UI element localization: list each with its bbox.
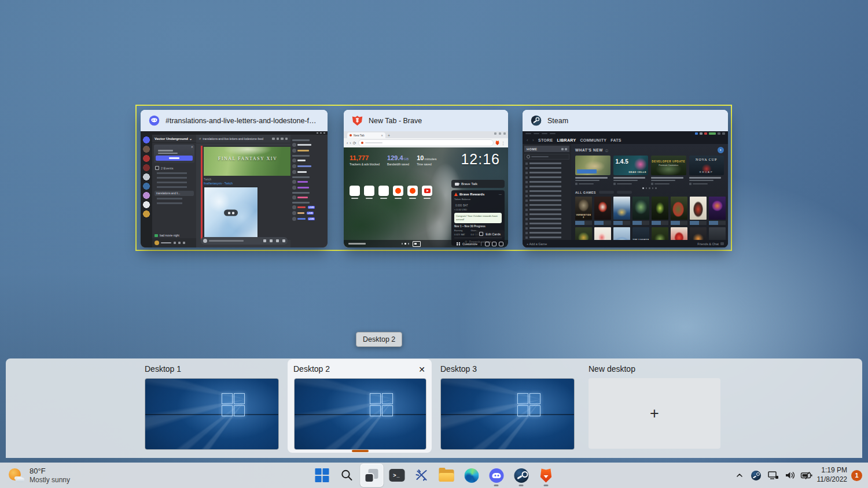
all-games-label: ALL GAMES bbox=[575, 191, 596, 194]
shortcut-tile-youtube bbox=[422, 186, 432, 196]
close-icon: ✕ bbox=[191, 145, 193, 149]
weather-widget[interactable]: 80°F Mostly sunny bbox=[8, 463, 70, 488]
gear-icon bbox=[183, 242, 185, 244]
sketch-app-button[interactable] bbox=[410, 464, 433, 487]
close-desktop-2-button[interactable]: ✕ bbox=[416, 364, 428, 375]
embed-artwork-image bbox=[204, 187, 258, 239]
discord-channel-sidebar: Vector Underground⌄ ✕ 2 Events translati… bbox=[152, 135, 196, 247]
address-bar bbox=[358, 139, 494, 146]
logo-pane bbox=[529, 405, 540, 416]
new-desktop-label: New desktop bbox=[589, 364, 635, 374]
game-cover bbox=[632, 197, 649, 220]
taskbar-center: >_ bbox=[311, 464, 558, 487]
server-header: Vector Underground⌄ bbox=[152, 135, 196, 143]
menu-icon: ⋮ bbox=[501, 141, 505, 145]
desktop-3-thumbnail[interactable] bbox=[440, 378, 575, 450]
edge-button[interactable] bbox=[460, 464, 483, 487]
selected-channel: translations and li... bbox=[155, 191, 194, 196]
steam-button[interactable] bbox=[510, 464, 533, 487]
minimize-icon bbox=[494, 132, 496, 135]
battery-tray-icon[interactable] bbox=[800, 469, 813, 482]
brave-favicon bbox=[350, 134, 352, 136]
grid-icon bbox=[457, 242, 460, 246]
window-thumbnail-discord[interactable]: #translations-and-live-letters-and-lodes… bbox=[141, 110, 328, 247]
dot-active bbox=[404, 243, 406, 245]
maximize-icon bbox=[320, 132, 322, 134]
back-icon: ‹ bbox=[347, 141, 348, 145]
widget-toggle-icon bbox=[499, 242, 503, 246]
terminal-button[interactable]: >_ bbox=[385, 464, 409, 487]
steam-preview: ‹ › STORE LIBRARY COMMUNITY FATS HOME WH… bbox=[523, 131, 728, 247]
notification-badge[interactable]: 1 bbox=[851, 470, 862, 481]
rewards-notice: Congrats! Your October rewards have arri… bbox=[454, 213, 502, 223]
network-tray-icon[interactable] bbox=[767, 469, 779, 482]
card-meta bbox=[613, 183, 649, 185]
member-name bbox=[297, 212, 304, 214]
search-button[interactable] bbox=[336, 464, 359, 487]
whats-new-cards: 1.4.5DEAD CELLS DEVELOPER UPDATEPremium … bbox=[575, 156, 724, 185]
desktop-2-thumbnail[interactable] bbox=[294, 378, 426, 450]
next-page-button: › bbox=[718, 147, 724, 153]
windows-logo bbox=[517, 393, 540, 416]
cover-title: VERMINTIDE 2 bbox=[575, 214, 592, 219]
steam-tray-icon[interactable] bbox=[750, 469, 763, 482]
brave-news-icon bbox=[413, 241, 421, 247]
steam-nav: ‹ › STORE LIBRARY COMMUNITY FATS bbox=[523, 136, 728, 144]
discord-button[interactable] bbox=[485, 464, 508, 487]
member-name bbox=[297, 181, 308, 183]
chat-icon bbox=[720, 242, 724, 245]
task-view-screen: { "colors": { "selection_border": "#e5e9… bbox=[0, 0, 868, 488]
stat-value: 129.4GB bbox=[387, 154, 409, 161]
shields-stats: 11,777 Trackers & ads blocked 129.4GB Ba… bbox=[350, 154, 436, 166]
new-tab-bottom-bar: Customize bbox=[344, 240, 508, 247]
window-thumbnail-brave[interactable]: New Tab - Brave New Tab ✕ + ‹ › ⟳ ⋮ 11,7… bbox=[344, 110, 508, 247]
voice-status-label: bad movie night bbox=[160, 234, 179, 237]
skeleton-line bbox=[654, 183, 670, 184]
pane bbox=[323, 468, 329, 475]
volume-tray-icon[interactable] bbox=[784, 469, 796, 482]
chevron-down-icon: ⌄ bbox=[189, 136, 192, 141]
game-cover bbox=[690, 197, 707, 220]
task-view-button[interactable] bbox=[361, 464, 384, 487]
start-button[interactable] bbox=[311, 464, 334, 487]
stat-label: Trackers & ads blocked bbox=[350, 162, 380, 166]
dot bbox=[649, 187, 650, 189]
balance-number: 0.000 bbox=[455, 204, 462, 207]
file-explorer-button[interactable] bbox=[435, 464, 458, 487]
member-name bbox=[297, 144, 311, 146]
forward-icon: › bbox=[350, 141, 351, 145]
brave-icon bbox=[352, 115, 363, 126]
bat-icon bbox=[454, 193, 458, 196]
member-name bbox=[297, 171, 307, 173]
game-cover: VERMINTIDE 2 bbox=[575, 197, 592, 220]
update-card-vermintide: DEVELOPER UPDATEPremium Cosmetics bbox=[651, 156, 686, 185]
game-icon bbox=[613, 183, 616, 185]
nova-cup-label: NOVA CUP bbox=[689, 158, 724, 161]
whats-new-header: WHAT'S NEW ⓘ › bbox=[575, 147, 724, 153]
skeleton-line bbox=[689, 180, 713, 182]
tray-overflow-button[interactable] bbox=[733, 469, 746, 482]
shortcut-tile bbox=[364, 186, 374, 196]
close-icon: ✕ bbox=[381, 134, 383, 137]
giving-number: 0.0 bbox=[471, 234, 474, 236]
skeleton-line bbox=[169, 157, 179, 159]
threads-icon bbox=[272, 138, 275, 141]
win10-wallpaper bbox=[295, 379, 426, 449]
logo-pane bbox=[234, 405, 245, 416]
message-list: FINAL FANTASY XIV Twitch finalfantasyxiv… bbox=[196, 143, 290, 247]
shortcut-tile bbox=[350, 186, 360, 196]
edit-cards-button: Edit Cards bbox=[475, 230, 505, 238]
stat-label: Bandwidth saved bbox=[387, 162, 409, 166]
menu-item-skeleton bbox=[550, 133, 556, 135]
window-thumbnail-steam[interactable]: Steam ‹ › STORE LIBRARY COMMUNITY FATS H… bbox=[523, 110, 728, 247]
new-desktop-button[interactable]: + bbox=[589, 378, 720, 449]
desktop-1-thumbnail[interactable] bbox=[145, 378, 279, 450]
update-card-image bbox=[575, 156, 610, 175]
camera-icon bbox=[455, 183, 459, 186]
hash-icon: # bbox=[199, 137, 201, 141]
brave-button[interactable] bbox=[535, 464, 558, 487]
clock[interactable]: 1:19 PM 11/8/2022 bbox=[817, 466, 848, 484]
info-icon: ⓘ bbox=[605, 149, 609, 152]
member-name bbox=[297, 218, 306, 220]
dot-active bbox=[642, 187, 644, 189]
